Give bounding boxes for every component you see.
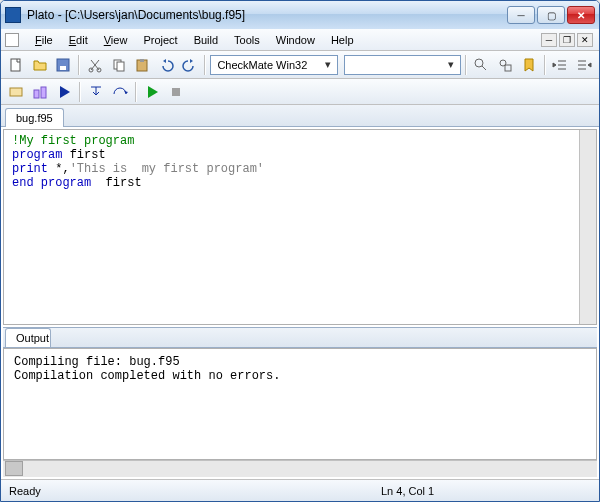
- stop-button[interactable]: [165, 81, 187, 103]
- separator: [79, 82, 81, 102]
- output-tab[interactable]: Output: [5, 328, 51, 347]
- titlebar[interactable]: Plato - [C:\Users\jan\Documents\bug.f95]…: [1, 1, 599, 29]
- redo-button[interactable]: [179, 54, 201, 76]
- menubar: File Edit View Project Build Tools Windo…: [1, 29, 599, 51]
- indent-button[interactable]: [573, 54, 595, 76]
- find-button[interactable]: [471, 54, 493, 76]
- svg-rect-11: [505, 65, 511, 71]
- separator: [135, 82, 137, 102]
- output-text[interactable]: Compiling file: bug.f95 Compilation comp…: [3, 348, 597, 460]
- save-button[interactable]: [52, 54, 74, 76]
- output-horizontal-scrollbar[interactable]: [3, 460, 597, 477]
- find-in-files-button[interactable]: [494, 54, 516, 76]
- menu-edit[interactable]: Edit: [61, 32, 96, 48]
- menu-tools[interactable]: Tools: [226, 32, 268, 48]
- step-into-button[interactable]: [85, 81, 107, 103]
- code-editor[interactable]: !My first program program first print *,…: [3, 129, 597, 325]
- mdi-minimize-button[interactable]: ─: [541, 33, 557, 47]
- menu-file[interactable]: File: [27, 32, 61, 48]
- scroll-thumb[interactable]: [5, 461, 23, 476]
- separator: [78, 55, 80, 75]
- statusbar: Ready Ln 4, Col 1: [1, 479, 599, 501]
- dropdown-arrow-icon: ▾: [444, 58, 458, 71]
- editor-area: !My first program program first print *,…: [1, 127, 599, 479]
- run-debug-button[interactable]: [141, 81, 163, 103]
- build-button[interactable]: [29, 81, 51, 103]
- svg-rect-14: [41, 87, 46, 98]
- svg-rect-2: [60, 66, 66, 70]
- compile-button[interactable]: [5, 81, 27, 103]
- status-ready: Ready: [9, 485, 41, 497]
- open-file-button[interactable]: [29, 54, 51, 76]
- secondary-combo[interactable]: ▾: [344, 55, 460, 75]
- editor-horizontal-scrollbar[interactable]: [4, 324, 596, 325]
- window-title: Plato - [C:\Users\jan\Documents\bug.f95]: [27, 8, 507, 22]
- mdi-close-button[interactable]: ✕: [577, 33, 593, 47]
- editor-vertical-scrollbar[interactable]: [579, 130, 596, 324]
- output-pane: Output Compiling file: bug.f95 Compilati…: [3, 327, 597, 477]
- svg-rect-6: [117, 62, 124, 71]
- maximize-button[interactable]: ▢: [537, 6, 565, 24]
- paste-button[interactable]: [131, 54, 153, 76]
- svg-rect-12: [10, 88, 22, 96]
- minimize-button[interactable]: ─: [507, 6, 535, 24]
- separator: [465, 55, 467, 75]
- menu-view[interactable]: View: [96, 32, 136, 48]
- menu-project[interactable]: Project: [135, 32, 185, 48]
- bookmark-button[interactable]: [518, 54, 540, 76]
- config-combo[interactable]: CheckMate Win32 ▾: [210, 55, 338, 75]
- copy-button[interactable]: [108, 54, 130, 76]
- dropdown-arrow-icon: ▾: [321, 58, 335, 71]
- svg-rect-15: [172, 88, 180, 96]
- svg-point-9: [475, 59, 483, 67]
- config-combo-text: CheckMate Win32: [217, 59, 307, 71]
- svg-rect-8: [140, 59, 144, 62]
- editor-tabstrip: bug.f95: [1, 105, 599, 127]
- separator: [544, 55, 546, 75]
- toolbar-build: [1, 79, 599, 105]
- separator: [204, 55, 206, 75]
- file-tab[interactable]: bug.f95: [5, 108, 64, 127]
- document-icon: [5, 33, 19, 47]
- menu-window[interactable]: Window: [268, 32, 323, 48]
- status-cursor-position: Ln 4, Col 1: [381, 485, 434, 497]
- outdent-button[interactable]: [550, 54, 572, 76]
- svg-rect-13: [34, 90, 39, 98]
- menu-help[interactable]: Help: [323, 32, 362, 48]
- app-icon: [5, 7, 21, 23]
- svg-rect-0: [11, 59, 20, 71]
- close-button[interactable]: ✕: [567, 6, 595, 24]
- app-window: Plato - [C:\Users\jan\Documents\bug.f95]…: [0, 0, 600, 502]
- menu-build[interactable]: Build: [186, 32, 226, 48]
- code-content[interactable]: !My first program program first print *,…: [4, 130, 579, 324]
- cut-button[interactable]: [84, 54, 106, 76]
- mdi-restore-button[interactable]: ❐: [559, 33, 575, 47]
- new-file-button[interactable]: [5, 54, 27, 76]
- step-over-button[interactable]: [109, 81, 131, 103]
- undo-button[interactable]: [155, 54, 177, 76]
- execute-button[interactable]: [53, 81, 75, 103]
- toolbar-main: CheckMate Win32 ▾ ▾: [1, 51, 599, 79]
